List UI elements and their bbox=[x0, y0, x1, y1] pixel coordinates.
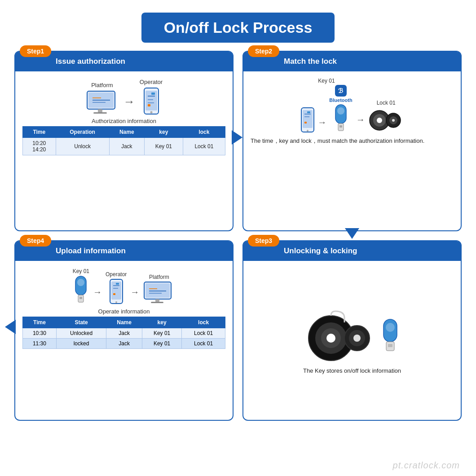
svg-rect-14 bbox=[148, 104, 150, 106]
step3-key-icon bbox=[380, 318, 400, 353]
step4-platform-label: Platform bbox=[149, 274, 169, 280]
main-title-bar: On/off Lock Process bbox=[141, 13, 335, 43]
step1-box: Step1 Issue authorization Platform bbox=[14, 51, 234, 231]
svg-point-33 bbox=[77, 279, 84, 286]
arrow-step1-to-step2 bbox=[232, 130, 242, 146]
arrow-step3-to-step4 bbox=[5, 320, 16, 336]
step4-content: Key 01 → Operator bbox=[15, 261, 233, 353]
svg-point-31 bbox=[392, 119, 395, 122]
row1-key: Key 01 bbox=[144, 138, 183, 155]
step1-badge: Step1 bbox=[20, 45, 51, 57]
lock-device-icon bbox=[369, 107, 404, 133]
watermark: pt.cratlock.com bbox=[393, 460, 460, 471]
step2-content: Key 01 → bbox=[243, 71, 461, 150]
page-title: On/off Lock Process bbox=[164, 19, 313, 36]
svg-rect-44 bbox=[145, 283, 170, 298]
svg-rect-20 bbox=[307, 111, 310, 113]
svg-rect-42 bbox=[113, 293, 115, 295]
lock-assembly-icon bbox=[304, 309, 371, 363]
row1-name: Jack bbox=[109, 138, 144, 155]
svg-rect-41 bbox=[116, 283, 119, 285]
svg-rect-5 bbox=[98, 109, 102, 112]
step3-desc: The Key stores on/off lock information bbox=[303, 367, 401, 374]
svg-point-38 bbox=[115, 301, 117, 303]
auth-info-label: Authorization information bbox=[22, 118, 225, 124]
svg-rect-13 bbox=[151, 93, 155, 95]
step2-key-label: Key 01 bbox=[318, 78, 335, 84]
col-key: key bbox=[144, 127, 183, 138]
step4-key-label: Key 01 bbox=[73, 268, 89, 274]
svg-point-17 bbox=[307, 130, 309, 132]
svg-rect-25 bbox=[339, 125, 342, 128]
svg-point-58 bbox=[386, 323, 395, 332]
step2-lock-label: Lock 01 bbox=[377, 100, 396, 106]
arrow-step2-to-step3 bbox=[345, 228, 359, 241]
step2-title: Match the lock bbox=[284, 57, 337, 66]
step1-title: Issue authorization bbox=[56, 57, 125, 66]
step4-box: Step4 Upload information Key 01 → bbox=[14, 240, 234, 421]
step1-table: Time Operation Name key lock 10:2014:20 … bbox=[22, 126, 225, 155]
svg-rect-60 bbox=[388, 344, 392, 347]
operate-info-label: Operate information bbox=[22, 308, 225, 315]
svg-point-23 bbox=[337, 107, 344, 115]
platform-label: Platform bbox=[91, 82, 113, 88]
step3-badge: Step3 bbox=[248, 235, 279, 247]
svg-rect-48 bbox=[155, 299, 159, 302]
bt-label: Bluetooth bbox=[329, 97, 352, 103]
col-lock: lock bbox=[183, 127, 225, 138]
step3-title: Unlocking & locking bbox=[284, 247, 357, 256]
step4-phone-icon bbox=[109, 278, 123, 304]
row1-time: 10:2014:20 bbox=[23, 138, 56, 155]
bluetooth-icon: ℬ bbox=[335, 85, 347, 97]
step2-desc: The time，key and lock，must match the aut… bbox=[251, 137, 454, 146]
svg-rect-35 bbox=[79, 297, 82, 299]
step2-box: Step2 Match the lock Key 01 bbox=[242, 51, 462, 231]
svg-rect-6 bbox=[93, 112, 107, 114]
step4-operator-label: Operator bbox=[106, 271, 127, 278]
col-operation: Operation bbox=[56, 127, 109, 138]
step4-title: Upload information bbox=[56, 247, 126, 256]
svg-point-56 bbox=[353, 335, 361, 342]
col-name: Name bbox=[109, 127, 144, 138]
row1-lock: Lock 01 bbox=[183, 138, 225, 155]
svg-rect-49 bbox=[151, 302, 163, 303]
svg-point-28 bbox=[377, 118, 382, 123]
key-fob-icon bbox=[333, 104, 349, 133]
phone-icon bbox=[143, 87, 159, 115]
svg-rect-21 bbox=[304, 122, 307, 123]
step2-phone-icon bbox=[300, 107, 315, 133]
col-time: Time bbox=[23, 127, 56, 138]
step4-monitor-icon bbox=[143, 281, 175, 304]
step4-table: Time State Name key lock 10:30 Unlocked … bbox=[22, 317, 225, 349]
step3-content: The Key stores on/off lock information bbox=[243, 261, 461, 420]
step1-content: Platform → Operator bbox=[15, 71, 233, 160]
step4-key-icon bbox=[73, 275, 89, 304]
step3-box: Step3 Unlocking & locking bbox=[242, 240, 462, 421]
svg-point-53 bbox=[326, 334, 335, 343]
step2-badge: Step2 bbox=[248, 45, 279, 57]
monitor-icon bbox=[85, 90, 119, 115]
row1-operation: Unlock bbox=[56, 138, 109, 155]
step4-badge: Step4 bbox=[20, 235, 51, 247]
step1-arrow: → bbox=[123, 95, 135, 109]
svg-point-9 bbox=[150, 111, 152, 114]
operator-label: Operator bbox=[140, 79, 163, 85]
